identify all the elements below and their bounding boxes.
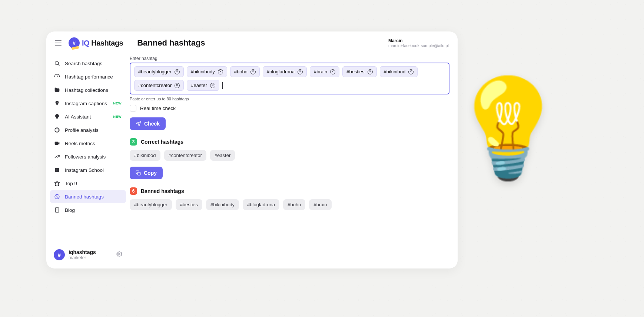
- sidebar-item-label: Hashtag performance: [65, 74, 113, 80]
- svg-line-4: [58, 64, 59, 66]
- hashtag-chip-label: #bikinibod: [384, 69, 406, 74]
- svg-marker-13: [54, 181, 59, 186]
- sidebar-item-label: Instagram School: [65, 167, 104, 173]
- hashtag-pill: #beautyblogger: [130, 199, 172, 210]
- sidebar-item-top-9[interactable]: Top 9: [50, 177, 126, 190]
- sidebar-item-hashtag-collections[interactable]: Hashtag collections: [50, 83, 126, 97]
- app-window: # IQ Hashtags Banned hashtags Marcin mar…: [46, 31, 458, 268]
- svg-point-3: [55, 61, 59, 65]
- sidebar-item-banned-hashtags[interactable]: Banned hashtags: [50, 190, 126, 203]
- logo-text: IQ Hashtags: [82, 39, 123, 47]
- hashtag-input[interactable]: #beautyblogger✕#bikinibody✕#boho✕#blogla…: [130, 63, 449, 94]
- hashtag-pill: #brain: [309, 199, 331, 210]
- sidebar-item-label: Banned hashtags: [65, 194, 104, 200]
- realtime-checkbox[interactable]: [130, 105, 136, 111]
- hashtag-chip: #blogladrona✕: [263, 66, 307, 77]
- svg-point-8: [57, 130, 57, 130]
- sidebar-item-ai-assistant[interactable]: AI AssistantNEW: [50, 110, 126, 123]
- svg-line-5: [57, 76, 58, 77]
- remove-chip-button[interactable]: ✕: [368, 69, 373, 74]
- hashtag-chip: #easter✕: [187, 80, 219, 91]
- new-badge: NEW: [113, 115, 122, 119]
- remove-chip-button[interactable]: ✕: [175, 69, 180, 74]
- sidebar-item-followers-analysis[interactable]: Followers analysis: [50, 150, 126, 163]
- bulb-icon: [54, 113, 60, 120]
- remove-chip-button[interactable]: ✕: [298, 69, 303, 74]
- send-icon: [136, 121, 141, 127]
- sidebar-item-reels-metrics[interactable]: Reels metrics: [50, 137, 126, 150]
- remove-chip-button[interactable]: ✕: [175, 83, 180, 88]
- hashtag-pill: #bikinibod: [130, 150, 160, 161]
- correct-count-badge: 3: [130, 138, 137, 146]
- hashtag-chip-label: #contentcreator: [138, 83, 172, 88]
- hashtag-chip-label: #bikinibody: [191, 69, 215, 74]
- svg-marker-10: [58, 142, 59, 144]
- sidebar-item-label: AI Assistant: [65, 114, 91, 120]
- hashtag-chip: #bikinibody✕: [187, 66, 227, 77]
- copy-button[interactable]: Copy: [130, 167, 163, 179]
- main-content: Enter hashtag #beautyblogger✕#bikinibody…: [130, 54, 458, 268]
- logo-swoosh: [72, 46, 79, 50]
- hashtag-chip: #contentcreator✕: [134, 80, 184, 91]
- svg-point-20: [119, 253, 120, 255]
- brand-logo[interactable]: # IQ Hashtags: [69, 37, 123, 49]
- account-settings-button[interactable]: [116, 251, 122, 258]
- hashtag-chip-label: #blogladrona: [267, 69, 295, 74]
- sidebar-item-search-hashtags[interactable]: Search hashtags: [50, 57, 126, 70]
- menu-toggle-button[interactable]: [53, 38, 63, 48]
- sidebar-item-label: Instagram captions: [65, 101, 107, 106]
- sidebar-item-profile-analysis[interactable]: Profile analysis: [50, 123, 126, 137]
- realtime-label: Real time check: [140, 106, 176, 111]
- star-icon: [54, 180, 60, 187]
- svg-rect-23: [137, 172, 140, 175]
- search-icon: [54, 60, 60, 67]
- svg-line-15: [55, 195, 59, 198]
- banned-title: Banned hashtags: [141, 188, 184, 194]
- banned-section: 6 Banned hashtags #beautyblogger#besties…: [130, 187, 449, 210]
- sidebar-item-label: Top 9: [65, 181, 77, 186]
- sidebar-item-instagram-school[interactable]: Instagram School: [50, 163, 126, 177]
- doc-icon: [54, 207, 60, 213]
- realtime-row: Real time check: [130, 105, 449, 111]
- hashtag-chip: #bikinibod✕: [380, 66, 418, 77]
- sidebar: Search hashtagsHashtag performanceHashta…: [46, 54, 130, 268]
- account-row[interactable]: # iqhashtags marketer: [50, 246, 126, 263]
- user-menu[interactable]: Marcin marcin+facebook-sample@ailo.pl: [383, 38, 451, 48]
- check-button[interactable]: Check: [130, 117, 166, 130]
- correct-section: 3 Correct hashtags #bikinibod#contentcre…: [130, 138, 449, 179]
- sidebar-item-label: Reels metrics: [65, 141, 95, 146]
- account-avatar: #: [54, 249, 65, 260]
- banned-count-badge: 6: [130, 187, 137, 195]
- remove-chip-button[interactable]: ✕: [330, 69, 335, 74]
- hashtag-chip: #beautyblogger✕: [134, 66, 184, 77]
- banned-hashtags-list: #beautyblogger#besties#bikinibody#blogla…: [130, 199, 449, 210]
- remove-chip-button[interactable]: ✕: [218, 69, 223, 74]
- input-label: Enter hashtag: [130, 56, 449, 61]
- logo-badge: #: [69, 37, 80, 49]
- hashtag-pill: #boho: [283, 199, 305, 210]
- new-badge: NEW: [113, 101, 122, 105]
- hashtag-chip-label: #easter: [191, 83, 207, 88]
- hashtag-chip-label: #besties: [346, 69, 364, 74]
- remove-chip-button[interactable]: ✕: [210, 83, 215, 88]
- lightbulb-decoration: 💡: [448, 80, 568, 176]
- sidebar-item-hashtag-performance[interactable]: Hashtag performance: [50, 70, 126, 83]
- sidebar-item-instagram-captions[interactable]: Instagram captionsNEW: [50, 97, 126, 110]
- remove-chip-button[interactable]: ✕: [408, 69, 414, 74]
- hashtag-pill: #bikinibody: [206, 199, 239, 210]
- copy-button-label: Copy: [144, 170, 157, 176]
- school-icon: [54, 167, 60, 173]
- sidebar-item-label: Followers analysis: [65, 154, 106, 160]
- folder-icon: [54, 87, 60, 93]
- correct-title: Correct hashtags: [141, 139, 183, 145]
- hashtag-chip: #besties✕: [342, 66, 376, 77]
- input-helper: Paste or enter up to 30 hashtags: [130, 97, 449, 101]
- body: Search hashtagsHashtag performanceHashta…: [46, 54, 458, 268]
- sidebar-item-blog[interactable]: Blog: [50, 203, 126, 217]
- logo-hash: #: [73, 40, 76, 46]
- ban-icon: [54, 193, 60, 200]
- check-button-label: Check: [144, 121, 160, 127]
- hashtag-chip-label: #brain: [314, 69, 327, 74]
- copy-icon: [136, 170, 141, 176]
- remove-chip-button[interactable]: ✕: [250, 69, 256, 74]
